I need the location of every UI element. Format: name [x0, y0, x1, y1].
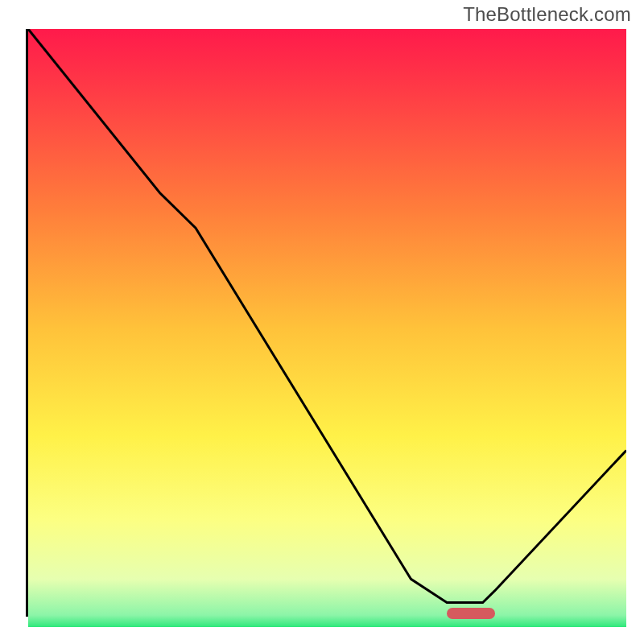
svg-rect-0 — [28, 29, 626, 627]
chart-plot-area — [26, 29, 626, 617]
chart-background-gradient — [28, 29, 626, 627]
watermark-text: TheBottleneck.com — [463, 3, 631, 26]
optimal-marker — [447, 608, 494, 619]
